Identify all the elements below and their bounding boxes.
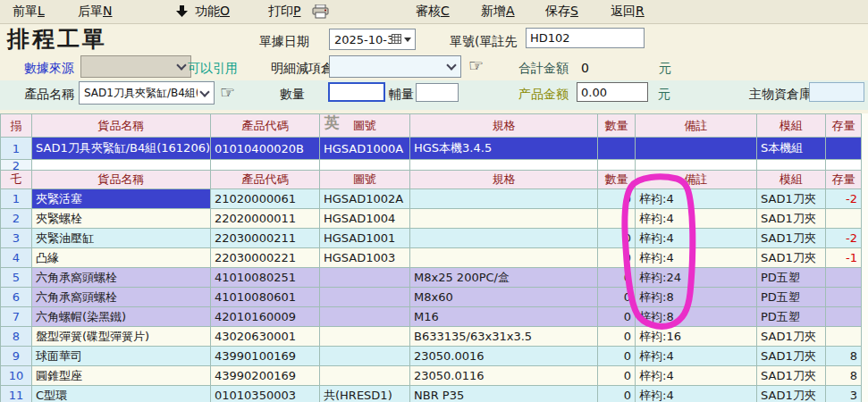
cell-code[interactable]: 43990100169 [211, 347, 320, 366]
cell-note[interactable]: 梓袀:8 [636, 307, 757, 327]
cell-note[interactable]: 梓袀:4 [636, 248, 757, 268]
cell-code[interactable]: 21020000061 [211, 189, 320, 209]
cell-seq[interactable]: 11 [1, 386, 32, 402]
cell-code[interactable]: 42010160009 [211, 307, 320, 327]
cell-stock[interactable]: 3 [826, 386, 862, 402]
cell-name[interactable]: 六角螺帽(染黑鐵) [32, 307, 211, 327]
cell-spec[interactable]: HGS本機3.4.5 [410, 138, 598, 160]
cell-draw[interactable]: HGSAD1004 [320, 209, 410, 229]
cell-module[interactable]: SAD1刀夾 [757, 248, 826, 268]
cell-code[interactable]: 43990200169 [211, 366, 320, 386]
cell-name[interactable]: 球面華司 [32, 347, 211, 366]
cell-qty[interactable]: 0 [598, 386, 636, 402]
cell-seq[interactable]: 1 [1, 189, 32, 209]
cell-draw[interactable] [320, 268, 410, 288]
cell-name[interactable]: 夾緊油壓缸 [32, 229, 211, 248]
doc-no-input[interactable] [526, 28, 645, 48]
cell-module[interactable]: SAD1刀夾 [757, 347, 826, 366]
cell-name[interactable]: SAD1刀具夾緊缸/B4組(161206) [32, 138, 211, 160]
cell-spec[interactable] [410, 209, 598, 229]
cell-name[interactable]: C型環 [32, 386, 211, 402]
cell-name[interactable]: 凸緣 [32, 248, 211, 268]
cell-note[interactable]: 梓袀:4 [636, 189, 757, 209]
cell-name[interactable]: 夾緊螺栓 [32, 209, 211, 229]
cell-note[interactable]: 梓袀:16 [636, 327, 757, 347]
cell-name[interactable]: 圓錐型座 [32, 366, 211, 386]
cell-code[interactable]: 43020630001 [211, 327, 320, 347]
function-menu-button[interactable]: 功能O [195, 4, 230, 20]
cell-note[interactable]: 梓袀:4 [636, 386, 757, 402]
cell-spec[interactable]: M8x60 [410, 288, 598, 307]
cell-stock[interactable] [826, 138, 862, 160]
aux-qty-input[interactable] [416, 83, 459, 102]
cell-draw[interactable] [320, 307, 410, 327]
cell-seq[interactable]: 4 [1, 248, 32, 268]
add-button[interactable]: 新增A [481, 4, 515, 20]
cell-module[interactable]: SAD1刀夾 [757, 327, 826, 347]
save-button[interactable]: 保存S [545, 4, 578, 20]
cell-note[interactable]: 梓袀:8 [636, 288, 757, 307]
cell-seq[interactable]: 2 [1, 209, 32, 229]
cell-stock[interactable] [826, 268, 862, 288]
cell-code[interactable]: 41010080251 [211, 268, 320, 288]
doc-date-combo[interactable]: 2025-10-31 [329, 29, 416, 50]
cell-draw[interactable]: HGSAD1003 [320, 248, 410, 268]
cell-qty[interactable] [598, 209, 636, 229]
cell-stock[interactable]: -1 [826, 248, 862, 268]
cell-note[interactable]: 梓袀:4 [636, 209, 757, 229]
cell-spec[interactable] [410, 189, 598, 209]
cell-draw[interactable] [320, 288, 410, 307]
data-source-combo[interactable] [80, 55, 191, 78]
cell-module[interactable]: PD五塑 [757, 288, 826, 307]
prev-doc-button[interactable]: 前單L [13, 4, 45, 20]
cell-spec[interactable]: 23050.0016 [410, 347, 598, 366]
cell-stock[interactable]: -2 [826, 189, 862, 209]
cell-qty[interactable]: 0 [598, 229, 636, 248]
cell-name[interactable]: 六角承窩頭螺栓 [32, 288, 211, 307]
cell-seq[interactable]: 1 [1, 138, 32, 160]
qty-input[interactable] [328, 82, 385, 102]
cell-seq[interactable]: 10 [1, 366, 32, 386]
cell-module[interactable]: SAD1刀夾 [757, 209, 826, 229]
cell-note[interactable]: 梓袀:4 [636, 366, 757, 386]
cell-stock[interactable] [826, 307, 862, 327]
cell-qty[interactable]: 0 [598, 248, 636, 268]
cell-stock[interactable]: 8 [826, 366, 862, 386]
cell-module[interactable]: SAD1刀夾 [757, 366, 826, 386]
printer-icon[interactable] [312, 4, 329, 22]
cell-stock[interactable]: -2 [826, 229, 862, 248]
cell-module[interactable]: PD五塑 [757, 307, 826, 327]
cell-qty[interactable]: 0 [598, 189, 636, 209]
cell-module[interactable]: SAD1刀夾 [757, 189, 826, 209]
cell-draw[interactable] [320, 327, 410, 347]
cell-draw[interactable] [320, 347, 410, 366]
print-button[interactable]: 打印P [268, 4, 300, 20]
cell-qty[interactable]: 0 [598, 366, 636, 386]
cell-qty[interactable]: 0 [598, 327, 636, 347]
cell-name[interactable]: 夾緊活塞 [32, 189, 211, 209]
cell-spec[interactable]: M16 [410, 307, 598, 327]
cell-spec[interactable]: B633135/63x31x3.5 [410, 327, 598, 347]
cell-stock[interactable]: 8 [826, 347, 862, 366]
cell-module[interactable]: PD五塑 [757, 268, 826, 288]
cell-seq[interactable]: 8 [1, 327, 32, 347]
cell-draw[interactable]: HGSAD1000A [320, 138, 410, 160]
cell-note[interactable]: 梓袀:24 [636, 268, 757, 288]
cell-qty[interactable]: 0 [598, 347, 636, 366]
cell-module[interactable]: SAD1刀夾 [757, 229, 826, 248]
cell-code[interactable]: 22030000211 [211, 229, 320, 248]
cell-note[interactable]: 梓袀:4 [636, 347, 757, 366]
cell-seq[interactable]: 6 [1, 288, 32, 307]
audit-button[interactable]: 審核C [416, 4, 450, 20]
cell-seq[interactable]: 9 [1, 347, 32, 366]
cell-code[interactable]: 22030000221 [211, 248, 320, 268]
cell-spec[interactable]: NBR P35 [410, 386, 598, 402]
cell-code[interactable]: 01010350003 [211, 386, 320, 402]
cell-qty[interactable]: 0 [598, 307, 636, 327]
cell-name[interactable]: 盤型彈簧(碟型彈簧片) [32, 327, 211, 347]
cell-seq[interactable]: 3 [1, 229, 32, 248]
product-amount-input[interactable] [577, 82, 648, 102]
cell-code[interactable]: 22020000011 [211, 209, 320, 229]
cell-draw[interactable]: HGSAD1001 [320, 229, 410, 248]
cell-note[interactable]: 梓袀:4 [636, 229, 757, 248]
